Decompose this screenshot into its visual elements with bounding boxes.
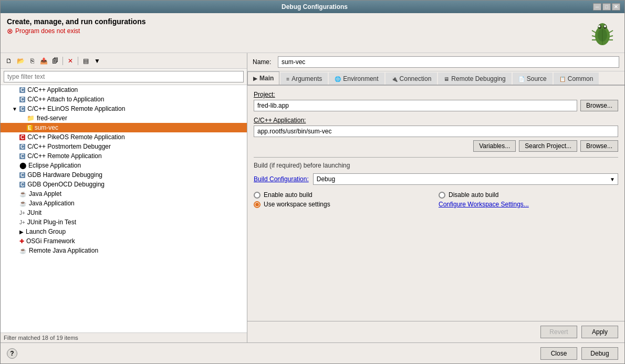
- list-item[interactable]: 📁 fred-server: [1, 113, 247, 123]
- delete-button[interactable]: ✕: [65, 56, 76, 66]
- search-project-button[interactable]: Search Project...: [519, 140, 577, 152]
- list-item[interactable]: C C/C++ Postmortem Debugger: [1, 142, 247, 151]
- tree-item-label: Java Application: [29, 200, 75, 207]
- import-button[interactable]: 📤: [38, 56, 49, 66]
- main-content: 🗋 📂 ⎘ 📤 🗐 ✕ ▤ ▼ C C: [1, 53, 624, 342]
- help-button[interactable]: ?: [7, 348, 17, 359]
- java-icon: ☕: [19, 200, 27, 207]
- title-bar: Debug Configurations ─ □ ✕: [1, 1, 624, 13]
- tab-arguments[interactable]: ≡ Arguments: [280, 72, 328, 85]
- build-config-label[interactable]: Build Configuration:: [254, 175, 309, 183]
- duplicate-button[interactable]: ⎘: [27, 56, 37, 66]
- list-item[interactable]: ▼ C C/C++ ELinOS Remote Application: [1, 104, 247, 113]
- section-separator: [254, 157, 618, 158]
- tab-remote-debugging[interactable]: 🖥 Remote Debugging: [438, 72, 511, 85]
- folder-icon: 📁: [27, 115, 35, 122]
- app-field: C/C++ Application: Variables... Search P…: [254, 117, 618, 152]
- list-item[interactable]: C C/C++ Application: [1, 85, 247, 95]
- list-item[interactable]: J+ JUnit Plug-in Test: [1, 217, 247, 227]
- minimize-button[interactable]: ─: [593, 3, 601, 11]
- filter-button[interactable]: ▤: [80, 56, 91, 66]
- list-item-selected[interactable]: E sum-vec: [1, 123, 247, 132]
- list-item[interactable]: ☕ Java Application: [1, 199, 247, 208]
- radio-workspace-settings[interactable]: Use workspace settings: [254, 201, 433, 208]
- name-row: Name:: [247, 53, 624, 71]
- close-button[interactable]: ✕: [612, 3, 620, 11]
- build-config-row: Build Configuration: Debug Release Defau…: [254, 173, 618, 185]
- new-config-type-button[interactable]: 📂: [15, 56, 26, 66]
- build-section-header: Build (if required) before launching: [254, 162, 618, 169]
- list-item[interactable]: ▶ Launch Group: [1, 227, 247, 236]
- title-bar-controls: ─ □ ✕: [593, 3, 620, 11]
- close-button[interactable]: Close: [540, 347, 577, 360]
- list-item[interactable]: ⬤ Eclipse Application: [1, 161, 247, 170]
- apply-button[interactable]: Apply: [581, 326, 618, 338]
- radio-group: Enable auto build Disable auto build Use…: [254, 189, 618, 210]
- maximize-button[interactable]: □: [602, 3, 611, 11]
- filter-dropdown-button[interactable]: ▼: [92, 56, 102, 66]
- tab-connection[interactable]: 🔌 Connection: [386, 72, 438, 85]
- list-item[interactable]: J+ JUnit: [1, 208, 247, 217]
- revert-button[interactable]: Revert: [540, 326, 577, 338]
- configuration-tree: C C/C++ Application C C/C++ Attach to Ap…: [1, 85, 247, 332]
- radio-enable-auto-build[interactable]: Enable auto build: [254, 191, 433, 199]
- list-item[interactable]: C C/C++ Remote Application: [1, 151, 247, 161]
- tabs-bar: ▶ Main ≡ Arguments 🌐 Environment 🔌 Conne…: [247, 71, 624, 86]
- source-tab-icon: 📄: [518, 76, 525, 82]
- tree-item-label: JUnit Plug-in Test: [27, 219, 76, 226]
- tree-item-label: fred-server: [37, 115, 67, 122]
- c-icon: C: [19, 106, 25, 112]
- window-title: Debug Configurations: [36, 3, 593, 11]
- list-item[interactable]: C C/C++ PikeOS Remote Application: [1, 132, 247, 142]
- arguments-tab-icon: ≡: [286, 76, 289, 82]
- footer-left: ?: [7, 348, 17, 359]
- tab-source-label: Source: [527, 75, 547, 82]
- list-item[interactable]: ☕ Java Applet: [1, 189, 247, 199]
- name-input[interactable]: [278, 56, 619, 68]
- list-item[interactable]: ✚ OSGi Framework: [1, 236, 247, 246]
- list-item[interactable]: C C/C++ Attach to Application: [1, 95, 247, 104]
- list-item[interactable]: C GDB Hardware Debugging: [1, 170, 247, 180]
- variables-button[interactable]: Variables...: [473, 140, 516, 152]
- radio-workspace-icon: [254, 201, 261, 208]
- browse-app-button[interactable]: Browse...: [580, 140, 618, 152]
- c-icon: C: [19, 97, 25, 102]
- filter-input-wrap: [1, 69, 247, 85]
- expand-icon: ▼: [12, 106, 17, 112]
- left-panel: 🗋 📂 ⎘ 📤 🗐 ✕ ▤ ▼ C C: [1, 53, 247, 342]
- tab-main[interactable]: ▶ Main: [247, 71, 279, 85]
- tab-source[interactable]: 📄 Source: [513, 72, 553, 85]
- tab-common[interactable]: 📋 Common: [554, 72, 599, 85]
- name-label: Name:: [253, 58, 274, 66]
- remote-debugging-tab-icon: 🖥: [444, 76, 449, 82]
- osgi-icon: ✚: [19, 238, 24, 245]
- error-icon: ⊗: [7, 27, 13, 35]
- new-config-button[interactable]: 🗋: [4, 56, 14, 66]
- tree-item-label: C/C++ ELinOS Remote Application: [27, 105, 125, 112]
- filter-input[interactable]: [4, 71, 244, 82]
- export-button[interactable]: 🗐: [50, 56, 60, 66]
- project-input[interactable]: [254, 100, 577, 111]
- project-input-row: Browse...: [254, 100, 618, 111]
- radio-disable-auto-build[interactable]: Disable auto build: [439, 191, 618, 199]
- app-label: C/C++ Application:: [254, 117, 618, 124]
- build-config-select-wrap: Debug Release Default ▼: [313, 173, 618, 185]
- e-icon: E: [27, 125, 33, 131]
- bug-logo: [587, 17, 618, 50]
- junit-plugin-icon: J+: [19, 220, 25, 225]
- header-text: Create, manage, and run configurations ⊗…: [7, 17, 146, 35]
- build-config-select[interactable]: Debug Release Default: [313, 173, 618, 185]
- configure-workspace-link[interactable]: Configure Workspace Settings...: [439, 201, 529, 208]
- tab-environment[interactable]: 🌐 Environment: [329, 72, 384, 85]
- bottom-action-buttons: Revert Apply: [247, 321, 624, 342]
- left-toolbar: 🗋 📂 ⎘ 📤 🗐 ✕ ▤ ▼: [1, 53, 247, 69]
- tree-item-label: C/C++ Attach to Application: [27, 96, 104, 103]
- app-input[interactable]: [254, 126, 618, 137]
- header-error: ⊗ Program does not exist: [7, 27, 146, 35]
- filter-status: Filter matched 18 of 19 items: [4, 335, 78, 341]
- list-item[interactable]: C GDB OpenOCD Debugging: [1, 180, 247, 189]
- list-item[interactable]: ☕ Remote Java Application: [1, 246, 247, 255]
- browse-project-button[interactable]: Browse...: [580, 100, 618, 111]
- debug-button[interactable]: Debug: [581, 347, 618, 360]
- tab-connection-label: Connection: [400, 75, 432, 82]
